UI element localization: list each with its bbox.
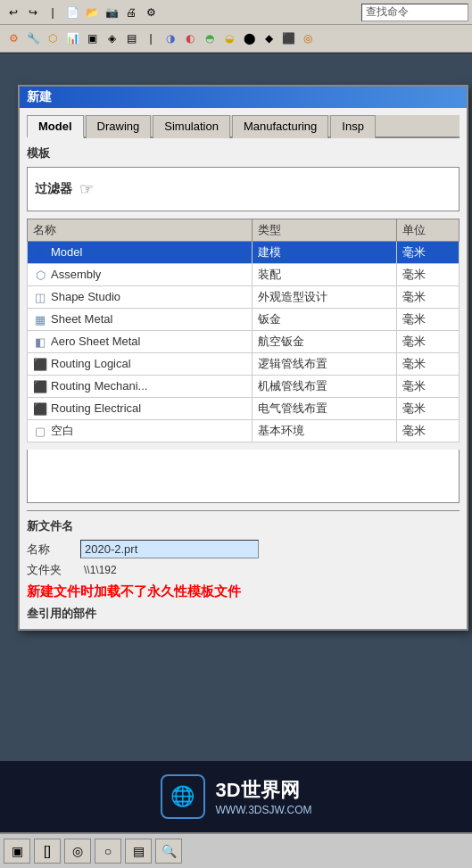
table-row[interactable]: ⬛Routing Electrical 电气管线布置 毫米 — [28, 398, 460, 420]
tab-model-label: Model — [38, 120, 72, 133]
table-row[interactable]: ⬛Routing Mechani... 机械管线布置 毫米 — [28, 376, 460, 398]
cell-type: 电气管线布置 — [253, 398, 397, 420]
row-icon: ▢ — [33, 425, 47, 439]
table-row[interactable]: ◫Shape Studio 外观造型设计 毫米 — [28, 286, 460, 309]
table-row[interactable]: ◧Aero Sheet Metal 航空钣金 毫米 — [28, 331, 460, 353]
taskbar: ▣ [] ◎ ○ ▤ 🔍 — [0, 832, 472, 868]
dialog-title-bar: 新建 — [20, 87, 467, 108]
cell-unit: 毫米 — [397, 264, 460, 286]
cell-name: ▦Sheet Metal — [28, 309, 253, 331]
row-icon: ⬛ — [33, 357, 47, 371]
brand-text: 3D世界网 WWW.3DSJW.COM — [216, 777, 312, 816]
row-icon: ◧ — [33, 335, 47, 349]
taskbar-btn1[interactable]: ▣ — [4, 839, 30, 864]
new-file-header: 新文件名 — [27, 518, 460, 534]
cell-type: 钣金 — [253, 309, 397, 331]
col-name: 名称 — [28, 219, 253, 242]
cell-type: 航空钣金 — [253, 331, 397, 353]
cell-unit: 毫米 — [397, 398, 460, 420]
brand-url: WWW.3DSJW.COM — [216, 804, 312, 816]
table-row[interactable]: ▢空白 基本环境 毫米 — [28, 420, 460, 442]
tab-manufacturing[interactable]: Manufacturing — [232, 115, 328, 138]
filter-box: 过滤器 ☞ — [27, 167, 460, 211]
tb-icon3[interactable]: ⬡ — [44, 29, 62, 47]
tb-icon14[interactable]: ⬛ — [279, 29, 297, 47]
row-icon: ⬡ — [33, 268, 47, 282]
table-row[interactable]: ▦Sheet Metal 钣金 毫米 — [28, 309, 460, 331]
redo-icon[interactable]: ↪ — [24, 4, 42, 21]
tab-model[interactable]: Model — [27, 115, 84, 138]
col-type: 类型 — [253, 219, 397, 242]
template-section-label: 模板 — [27, 145, 460, 161]
cell-name: ▢空白 — [28, 420, 253, 442]
separator: | — [44, 4, 62, 21]
taskbar-btn2[interactable]: [] — [34, 839, 61, 864]
tb-icon9[interactable]: ◐ — [181, 29, 199, 47]
search-placeholder: 查找命令 — [366, 4, 409, 20]
tb-icon15[interactable]: ◎ — [299, 29, 317, 47]
tab-drawing[interactable]: Drawing — [86, 115, 152, 138]
table-row[interactable]: ⬛Routing Logical 逻辑管线布置 毫米 — [28, 353, 460, 376]
tab-bar: Model Drawing Simulation Manufacturing I… — [27, 115, 460, 138]
taskbar-btn6[interactable]: 🔍 — [155, 839, 182, 864]
separator2: | — [142, 29, 160, 47]
cell-unit: 毫米 — [397, 420, 460, 442]
cell-type: 逻辑管线布置 — [253, 353, 397, 376]
tb-icon1[interactable]: ⚙ — [4, 29, 22, 47]
tb-icon8[interactable]: ◑ — [161, 29, 179, 47]
tb-icon2[interactable]: 🔧 — [24, 29, 42, 47]
tb-icon11[interactable]: ◒ — [220, 29, 238, 47]
tool1-icon[interactable]: ⚙ — [142, 4, 160, 21]
cell-type: 基本环境 — [253, 420, 397, 442]
cell-unit: 毫米 — [397, 309, 460, 331]
cell-type: 建模 — [253, 242, 397, 264]
tb-icon7[interactable]: ▤ — [122, 29, 140, 47]
cell-unit: 毫米 — [397, 286, 460, 309]
taskbar-btn3[interactable]: ◎ — [64, 839, 91, 864]
cell-name: ◈Model — [28, 242, 253, 264]
folder-value: \\1\192 — [84, 564, 117, 576]
brand-overlay: 🌐 3D世界网 WWW.3DSJW.COM — [0, 761, 472, 832]
cell-unit: 毫米 — [397, 376, 460, 398]
cam-icon[interactable]: 📷 — [103, 4, 120, 21]
tb-icon13[interactable]: ◆ — [260, 29, 277, 47]
error-message: 新建文件时加载不了永久性模板文件 — [27, 583, 460, 600]
print-icon[interactable]: 🖨 — [122, 4, 140, 21]
tb-icon6[interactable]: ◈ — [103, 29, 120, 47]
taskbar-btn5[interactable]: ▤ — [125, 839, 152, 864]
tab-simulation[interactable]: Simulation — [153, 115, 230, 138]
new-icon[interactable]: 📄 — [63, 4, 81, 21]
name-input[interactable] — [80, 540, 259, 558]
row-icon: ⬛ — [33, 401, 47, 416]
brand-name: 3D世界网 — [216, 777, 312, 804]
cell-name: ⬡Assembly — [28, 264, 253, 286]
tb-icon4[interactable]: 📊 — [63, 29, 81, 47]
new-dialog: 新建 Model Drawing Simulation Manufacturin… — [18, 85, 468, 631]
template-table: 名称 类型 单位 ◈Model 建模 毫米 ⬡Assembly 装配 毫米 ◫S… — [27, 219, 460, 442]
ref-section-label: 叁引用的部件 — [27, 606, 460, 622]
cell-name: ⬛Routing Logical — [28, 353, 253, 376]
brand-logo: 🌐 — [161, 774, 205, 819]
filter-label: 过滤器 — [35, 181, 72, 197]
search-box[interactable]: 查找命令 — [361, 4, 468, 21]
col-unit: 单位 — [397, 219, 460, 242]
cell-type: 外观造型设计 — [253, 286, 397, 309]
open-icon[interactable]: 📂 — [83, 4, 101, 21]
tb-icon10[interactable]: ◓ — [201, 29, 219, 47]
taskbar-btn4[interactable]: ○ — [95, 839, 121, 864]
tb-icon5[interactable]: ▣ — [83, 29, 101, 47]
folder-field-row: 文件夹 \\1\192 — [27, 562, 460, 578]
table-row[interactable]: ◈Model 建模 毫米 — [28, 242, 460, 264]
cell-name: ⬛Routing Mechani... — [28, 376, 253, 398]
undo-icon[interactable]: ↩ — [4, 4, 22, 21]
cell-unit: 毫米 — [397, 353, 460, 376]
tab-simulation-label: Simulation — [164, 120, 219, 133]
tb-icon12[interactable]: ⬤ — [240, 29, 258, 47]
new-file-section: 新文件名 名称 文件夹 \\1\192 — [27, 510, 460, 578]
table-row[interactable]: ⬡Assembly 装配 毫米 — [28, 264, 460, 286]
row-icon: ⬛ — [33, 379, 47, 393]
tab-drawing-label: Drawing — [97, 120, 140, 133]
dialog-body: Model Drawing Simulation Manufacturing I… — [20, 108, 467, 629]
cell-unit: 毫米 — [397, 331, 460, 353]
tab-insp[interactable]: Insp — [330, 115, 376, 138]
